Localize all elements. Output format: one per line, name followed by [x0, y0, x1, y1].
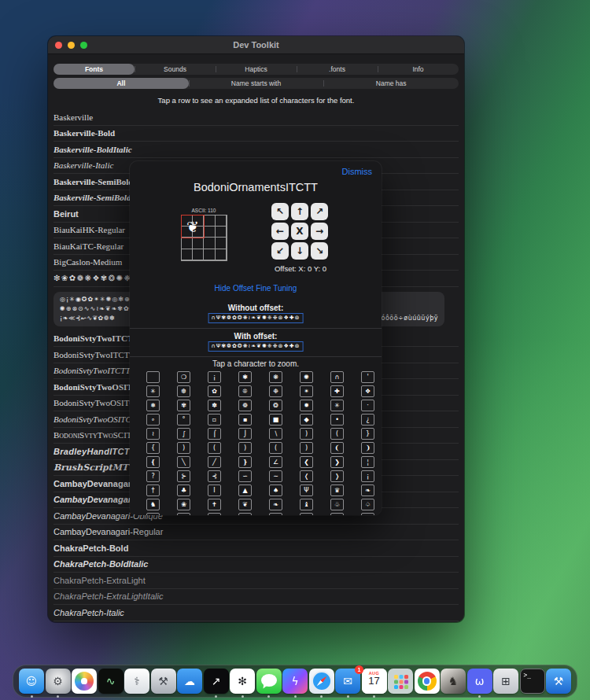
character-cell[interactable]: ▭	[238, 513, 252, 515]
character-cell[interactable]: '	[361, 371, 374, 383]
character-cell[interactable]: ❭	[330, 470, 344, 482]
dock-app-xcode[interactable]: ⚒	[546, 669, 571, 694]
character-cell[interactable]: ▭	[361, 513, 374, 515]
character-cell[interactable]: ?	[146, 470, 160, 482]
character-cell[interactable]: ∖	[269, 428, 282, 440]
dock-app-diagnostics[interactable]: ⚕	[124, 669, 149, 694]
character-cell[interactable]: ╲	[177, 456, 190, 468]
offset-arrow-button[interactable]: ↑	[291, 203, 308, 220]
font-row[interactable]: Baskerville-BoldItalic	[53, 142, 459, 158]
character-cell[interactable]: ¡	[208, 371, 221, 383]
character-cell[interactable]: (	[269, 442, 282, 454]
character-cell[interactable]: ╱	[208, 456, 221, 468]
dock-app-messenger[interactable]: ϟ	[282, 669, 308, 698]
character-cell[interactable]: ♤	[361, 499, 374, 510]
character-cell[interactable]: ✿	[208, 385, 221, 397]
character-cell[interactable]: ❵	[238, 456, 252, 468]
character-cell[interactable]: ✽	[208, 400, 221, 411]
dock-app-discord[interactable]: ω	[467, 669, 492, 698]
character-cell[interactable]: ✝	[208, 499, 221, 510]
character-cell[interactable]: †	[146, 484, 160, 496]
character-cell[interactable]: ❍	[177, 371, 190, 383]
character-cell[interactable]: ▲	[238, 484, 252, 496]
character-cell[interactable]: ⊱	[177, 470, 190, 482]
dismiss-button[interactable]: Dismiss	[342, 167, 373, 176]
character-cell[interactable]: ∽	[238, 470, 252, 482]
character-cell[interactable]: )	[300, 442, 313, 454]
dock-app-maintenance[interactable]: ⚒	[151, 669, 176, 694]
tab-info[interactable]: Info	[378, 64, 459, 75]
filter-name-has[interactable]: Name has	[323, 78, 459, 89]
character-cell[interactable]: ⌡	[238, 428, 252, 440]
character-cell[interactable]: ♝	[300, 499, 313, 510]
character-cell[interactable]: ▪	[238, 414, 252, 426]
font-row[interactable]: CambayDevanagari-Regular	[53, 525, 459, 541]
character-cell[interactable]: ❬	[300, 470, 313, 482]
character-cell[interactable]: ❁	[238, 400, 252, 411]
filter-all[interactable]: All	[53, 78, 189, 89]
character-cell[interactable]: ✳	[146, 385, 160, 397]
tab-sounds[interactable]: Sounds	[135, 64, 216, 75]
font-row[interactable]: Baskerville-Bold	[53, 126, 459, 142]
font-row[interactable]: ChakraPetch-ExtraLight	[53, 573, 459, 589]
character-cell[interactable]: ✺	[300, 371, 313, 383]
dock-app-activity-monitor[interactable]: ∿	[98, 669, 124, 694]
font-row[interactable]: ChakraPetch-Bold	[53, 540, 459, 557]
character-cell[interactable]: ❧	[361, 484, 374, 496]
character-cell[interactable]: ▫	[208, 414, 221, 426]
dock-app-finder[interactable]: ☺	[19, 669, 44, 698]
character-cell[interactable]: ≀	[146, 428, 160, 440]
dock-app-weather[interactable]: ☁	[177, 669, 202, 694]
character-cell[interactable]: ✳	[330, 400, 344, 411]
dock-app-chatgpt[interactable]: ✻	[230, 669, 255, 698]
zoom-button[interactable]	[80, 42, 87, 49]
character-cell[interactable]	[146, 371, 160, 383]
character-cell[interactable]: ❦	[238, 499, 252, 510]
character-cell[interactable]: ❖	[361, 385, 374, 397]
character-cell[interactable]: ❯	[330, 456, 344, 468]
character-cell[interactable]: ♧	[330, 499, 344, 510]
tab-fonts[interactable]: Fonts	[53, 64, 135, 75]
hide-offset-fine-tuning-link[interactable]: Hide Offset Fine Tuning	[130, 284, 382, 293]
offset-arrow-button[interactable]: ↙	[271, 242, 289, 260]
font-row[interactable]: ChakraPetch-Italic	[53, 605, 459, 621]
character-cell[interactable]: ❧	[269, 499, 282, 510]
dock-app-mail[interactable]: ✉ 1	[335, 669, 360, 698]
character-cell[interactable]: ♞	[146, 499, 160, 510]
character-cell[interactable]: ¿	[361, 414, 374, 426]
offset-arrow-button[interactable]: ←	[271, 223, 289, 240]
close-button[interactable]	[55, 42, 62, 49]
dock-app-messages[interactable]	[256, 669, 282, 698]
character-cell[interactable]: ❩	[361, 442, 374, 454]
character-cell[interactable]: ·	[361, 400, 374, 411]
character-cell[interactable]: ♣	[177, 484, 190, 496]
character-cell[interactable]: ⌠	[208, 428, 221, 440]
tab-haptics[interactable]: Haptics	[216, 64, 297, 75]
character-cell[interactable]: ∼	[269, 470, 282, 482]
offset-arrow-button[interactable]: ↘	[311, 242, 328, 260]
dock-app-calendar[interactable]: AUG 17	[362, 669, 387, 698]
filter-name-starts-with[interactable]: Name starts with	[189, 78, 324, 89]
offset-arrow-button[interactable]: ↓	[291, 242, 308, 260]
offset-arrow-button[interactable]: →	[311, 223, 328, 240]
character-cell[interactable]: ✴	[300, 385, 313, 397]
character-cell[interactable]: )	[238, 442, 252, 454]
character-cell[interactable]: °	[177, 414, 190, 426]
character-cell[interactable]: (	[208, 442, 221, 454]
character-cell[interactable]: ∫	[177, 428, 190, 440]
font-row[interactable]: ChakraPetch-Light	[53, 621, 459, 623]
character-cell[interactable]: )	[300, 428, 313, 440]
font-row[interactable]: ChakraPetch-ExtraLightItalic	[53, 589, 459, 606]
dock-app-chrome[interactable]	[415, 669, 440, 694]
dock-app-launchpad[interactable]	[388, 669, 413, 694]
character-cell[interactable]: ▭	[330, 513, 344, 515]
character-cell[interactable]: {	[146, 442, 160, 454]
dock-app-terminal[interactable]: >_	[520, 669, 545, 694]
character-cell[interactable]: Ψ	[300, 484, 313, 496]
character-cell[interactable]: ✹	[300, 400, 313, 411]
character-cell[interactable]: ❊	[238, 385, 252, 397]
character-cell[interactable]: ▭	[177, 513, 190, 515]
character-cell[interactable]: I	[208, 484, 221, 496]
character-cell[interactable]: ∩	[330, 371, 344, 383]
offset-arrow-button[interactable]: X	[291, 223, 308, 240]
